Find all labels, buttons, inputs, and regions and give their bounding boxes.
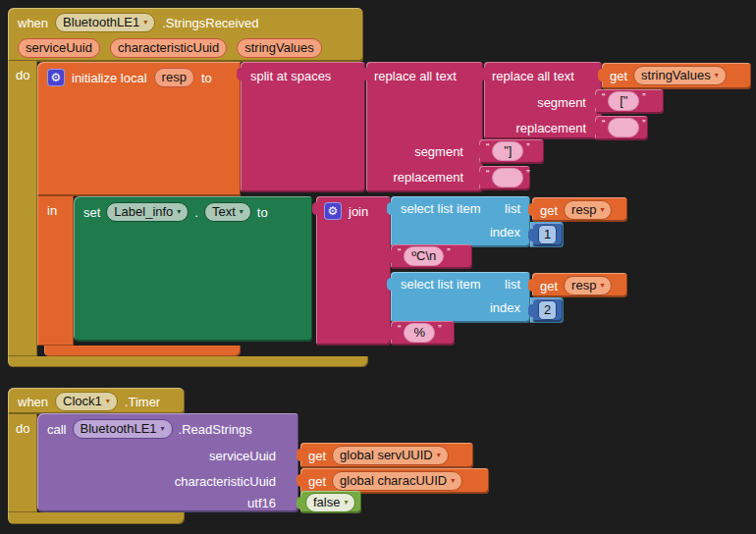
logic-dropdown-value: false: [313, 494, 340, 511]
dropdown-arrow-icon: ▾: [177, 208, 181, 216]
join-label: join: [349, 204, 368, 219]
get-label: get: [540, 203, 558, 218]
dropdown-arrow-icon: ▾: [600, 206, 604, 214]
text-string-block-percent[interactable]: “ % ”: [391, 321, 455, 346]
event-name: .Timer: [125, 395, 160, 409]
get-resp-block[interactable]: get resp ▾: [532, 273, 627, 297]
when-block-bottom-bar: [8, 356, 368, 367]
get-stringvalues-block[interactable]: get stringValues ▾: [602, 63, 751, 89]
replacement-label: replacement: [515, 121, 586, 135]
replacement-label: replacement: [393, 170, 463, 185]
mutator-gear-icon[interactable]: ⚙: [47, 69, 65, 86]
open-quote-icon: “: [602, 92, 605, 103]
split-at-spaces-block[interactable]: split at spaces: [241, 62, 365, 192]
variable-dropdown-value: stringValues: [641, 67, 711, 84]
close-quote-icon: ”: [438, 324, 441, 335]
do-label: do: [16, 68, 29, 82]
dropdown-arrow-icon: ▾: [143, 19, 147, 27]
component-dropdown[interactable]: BluetoothLE1 ▾: [55, 13, 155, 32]
segment-label: segment: [537, 95, 586, 110]
dropdown-arrow-icon: ▾: [240, 208, 243, 216]
text-string-block-open-bracket[interactable]: “ [" ”: [595, 89, 664, 114]
select-list-item-block[interactable]: select list item list index: [391, 272, 530, 323]
string-value[interactable]: [608, 118, 639, 137]
dropdown-arrow-icon: ▾: [451, 477, 455, 485]
replace-all-text-outer-block[interactable]: replace all text segment replacement: [366, 62, 483, 192]
property-dropdown[interactable]: Text ▾: [204, 202, 251, 222]
string-value[interactable]: "]: [492, 141, 523, 161]
call-label: call: [47, 422, 67, 437]
get-label: get: [540, 279, 558, 294]
variable-dropdown[interactable]: stringValues ▾: [633, 66, 727, 85]
open-quote-icon: “: [398, 324, 401, 335]
dropdown-arrow-icon: ▾: [161, 425, 165, 433]
number-value[interactable]: 1: [538, 225, 557, 244]
variable-dropdown[interactable]: resp ▾: [564, 200, 612, 220]
component-dropdown-value: Clock1: [63, 393, 102, 410]
get-global-servuuid-block[interactable]: get global servUUID ▾: [300, 443, 473, 468]
mutator-gear-icon[interactable]: ⚙: [324, 202, 342, 220]
local-variable-name[interactable]: resp: [154, 68, 194, 87]
when-block-bottom-bar: [8, 512, 185, 524]
variable-dropdown-value: resp: [571, 277, 596, 294]
variable-dropdown[interactable]: global servUUID ▾: [332, 446, 449, 465]
string-value[interactable]: ºC\n: [404, 246, 444, 266]
event-name: .StringsReceived: [162, 16, 258, 30]
component-dropdown[interactable]: Clock1 ▾: [55, 392, 118, 411]
dropdown-arrow-icon: ▾: [437, 452, 441, 459]
number-block-2[interactable]: 2: [532, 298, 563, 322]
initialize-local-in-spine: in: [37, 196, 74, 346]
text-string-block-empty[interactable]: “ ”: [479, 166, 530, 190]
replace-all-text-label: replace all text: [492, 69, 574, 83]
component-dropdown-value: BluetoothLE1: [63, 14, 139, 31]
when-timer-block[interactable]: when Clock1 ▾ .Timer: [8, 388, 185, 414]
close-quote-icon: ”: [642, 119, 645, 130]
split-at-spaces-label: split at spaces: [250, 69, 331, 83]
characteristicuuid-param-label: characteristicUuid: [175, 474, 276, 489]
close-quote-icon: ”: [526, 169, 529, 180]
logic-dropdown[interactable]: false ▾: [305, 493, 355, 512]
variable-dropdown-value: global servUUID: [340, 447, 433, 464]
list-label: list: [505, 277, 520, 292]
component-dropdown-value: BluetoothLE1: [81, 420, 157, 438]
close-quote-icon: ”: [447, 247, 450, 258]
open-quote-icon: “: [486, 169, 489, 180]
string-value[interactable]: [492, 168, 523, 187]
set-label-info-text-block[interactable]: set Label_info ▾ . Text ▾ to: [74, 196, 312, 342]
index-label: index: [490, 300, 520, 315]
text-string-block-empty[interactable]: “ ”: [595, 116, 648, 140]
variable-dropdown[interactable]: resp ▾: [564, 276, 612, 295]
replace-all-text-inner-block[interactable]: replace all text segment replacement: [484, 62, 602, 139]
open-quote-icon: “: [398, 247, 401, 258]
do-label: do: [16, 421, 29, 436]
false-logic-block[interactable]: false ▾: [300, 491, 361, 513]
component-dropdown[interactable]: Label_info ▾: [106, 202, 189, 222]
initialize-local-block[interactable]: ⚙ initialize local resp to: [37, 62, 241, 196]
event-param-characteristicuuid[interactable]: characteristicUuid: [110, 38, 227, 58]
when-strings-received-block[interactable]: when BluetoothLE1 ▾ .StringsReceived ser…: [8, 8, 363, 62]
string-value[interactable]: [": [608, 91, 639, 111]
string-value[interactable]: %: [404, 323, 435, 343]
variable-dropdown[interactable]: global characUUID ▾: [332, 471, 462, 491]
text-string-block-celsius[interactable]: “ ºC\n ”: [391, 244, 472, 269]
utf16-param-label: utf16: [247, 496, 276, 510]
call-readstrings-block[interactable]: call BluetoothLE1 ▾ .ReadStrings service…: [37, 413, 298, 512]
when-keyword: when: [18, 16, 48, 30]
event-param-serviceuuid[interactable]: serviceUuid: [18, 38, 100, 58]
component-dropdown-value: Label_info: [114, 203, 173, 221]
event-param-stringvalues[interactable]: stringValues: [237, 38, 322, 58]
when-block-left-spine: do: [8, 414, 37, 512]
component-dropdown[interactable]: BluetoothLE1 ▾: [73, 419, 173, 439]
open-quote-icon: “: [602, 119, 605, 130]
serviceuuid-param-label: serviceUuid: [209, 449, 276, 463]
get-resp-block[interactable]: get resp ▾: [532, 197, 627, 222]
dropdown-arrow-icon: ▾: [106, 398, 110, 405]
number-block-1[interactable]: 1: [532, 223, 563, 246]
blocks-workspace[interactable]: when BluetoothLE1 ▾ .StringsReceived ser…: [0, 0, 756, 534]
replace-all-text-label: replace all text: [374, 69, 457, 83]
variable-dropdown-value: global characUUID: [340, 472, 447, 490]
number-value[interactable]: 2: [538, 300, 557, 320]
text-string-block-close-bracket[interactable]: “ "] ”: [479, 139, 544, 164]
join-block[interactable]: ⚙ join: [316, 196, 391, 346]
select-list-item-block[interactable]: select list item list index: [391, 196, 530, 247]
